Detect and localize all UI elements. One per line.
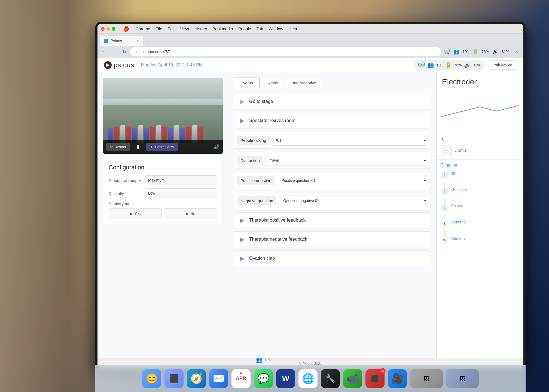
new-tab-button[interactable]: + (144, 38, 152, 46)
monitor-bezel: 🍎 Chrome File Edit View History Bookmark… (95, 22, 526, 370)
vr-icon-group: 🥽 👥 191 🔋 76% 🔊 31% (414, 60, 484, 70)
restart-icon: ↺ (110, 145, 113, 149)
dock-msoffice[interactable]: ⬛ 5 (365, 369, 385, 388)
word-icon: W (282, 374, 289, 383)
positive-question-select[interactable]: Positive question 01 Positive question 0… (277, 175, 427, 186)
menu-people[interactable]: People (238, 26, 251, 31)
tab-events[interactable]: Events (234, 78, 260, 88)
email-button[interactable]: ✉️ (441, 145, 452, 156)
spectator-leaves-row: ▶ Spectator leaves room (234, 113, 431, 128)
dock-facetime[interactable]: 📹 (343, 369, 362, 388)
minimize-button[interactable] (106, 27, 110, 31)
therapist-negative-row: ▶ Therapist negative feedback (234, 231, 431, 247)
maximize-button[interactable] (112, 27, 115, 31)
menu-history[interactable]: History (194, 26, 207, 31)
tab-relax[interactable]: Relax (261, 78, 285, 88)
dock-tool[interactable]: 🔧 (321, 369, 340, 388)
dock-thumb2[interactable]: 🖼 (446, 369, 479, 388)
volume-value: 31% (502, 50, 509, 54)
video-volume-icon[interactable]: 🔊 (213, 144, 219, 150)
therapist-positive-play-button[interactable]: ▶ (238, 216, 246, 224)
ovation-clap-row: ▶ Ovation clap (234, 250, 431, 266)
dock-chrome[interactable]: 🌐 (298, 369, 318, 388)
menu-window[interactable]: Window (269, 26, 283, 31)
browser-chrome: Psious ✕ + ← → ↻ 🥽 👥 191 🔋 76% 🔊 31% (97, 34, 523, 58)
amount-select[interactable]: Maximum Minimum Medium (145, 175, 217, 185)
people-talking-select[interactable]: t01 t02 t03 (272, 135, 427, 146)
video-container: ↺ Restart ⏸ 👁 Center view 🔊 (103, 78, 223, 154)
restart-button[interactable]: ↺ Restart (106, 143, 130, 151)
timeline-info-icon-2: ℹ (441, 204, 449, 211)
yes-label: Yes (135, 212, 141, 216)
dock-calendar[interactable]: APR 19 (231, 369, 251, 388)
yes-button[interactable]: ▶ Yes (109, 208, 162, 219)
ovation-clap-play-button[interactable]: ▶ (238, 255, 246, 262)
dock-thumb1[interactable]: 🖼 (410, 369, 443, 388)
mask-buttons: ▶ Yes ▶ No (109, 208, 217, 219)
menu-file[interactable]: File (155, 26, 162, 31)
url-input[interactable] (130, 47, 441, 56)
menu-bookmarks[interactable]: Bookmarks (212, 26, 233, 31)
go-to-stage-play-button[interactable]: ▶ (238, 98, 246, 105)
no-button[interactable]: ▶ No (164, 208, 217, 219)
psious-logo: ▶ psious (104, 61, 134, 69)
timeline-text-4[interactable]: Center v (451, 236, 466, 241)
menu-tab[interactable]: Tab (257, 26, 263, 31)
spectator-leaves-play-button[interactable]: ▶ (238, 117, 246, 124)
negative-question-select[interactable]: Question negative 01 Question negative 0… (279, 195, 427, 206)
timeline-section: Timeline ℹ sp ℹ Go to sta ℹ (437, 159, 523, 250)
therapist-negative-label: Therapist negative feedback (249, 237, 307, 242)
timeline-label[interactable]: Timeline (441, 163, 519, 168)
dock-launchpad[interactable]: ⬛ (164, 369, 184, 388)
battery-icon: 🔋 (472, 49, 478, 55)
active-tab[interactable]: Psious ✕ (100, 36, 143, 46)
timeline-info-icon-0: ℹ (441, 171, 449, 179)
pair-device-button[interactable]: Pair device (489, 60, 517, 70)
volume-icon: 🔊 (492, 49, 498, 55)
tab-interoceptive[interactable]: Interoceptive (286, 78, 323, 88)
negative-question-row: Negative question Question negative 01 Q… (234, 192, 431, 209)
no-play-icon: ▶ (186, 212, 189, 216)
therapist-positive-row: ▶ Therapist positive feedback (234, 212, 431, 228)
headset-icon: 🥽 (418, 62, 425, 69)
therapist-negative-play-button[interactable]: ▶ (238, 235, 246, 243)
people-talking-label: People talking (237, 136, 269, 145)
no-label: No (190, 212, 195, 216)
app-container: ▶ psious Monday, April 19, 2021 1:43 PM … (97, 58, 523, 368)
timeline-text-2[interactable]: Pa sta (451, 204, 462, 208)
menu-view[interactable]: View (180, 26, 189, 31)
electrodermal-title: Electroder (442, 78, 477, 86)
timeline-text-3[interactable]: Center v (451, 220, 466, 224)
menu-chrome[interactable]: Chrome (136, 26, 150, 31)
refresh-button[interactable]: ↻ (120, 48, 128, 56)
menu-edit[interactable]: Edit (168, 26, 175, 31)
timeline-connector-3 (444, 231, 445, 236)
dock-safari[interactable]: 🧭 (187, 369, 206, 388)
center-view-button[interactable]: 👁 Center view (146, 143, 178, 151)
play-pause-button[interactable]: ⏸ (133, 144, 143, 150)
electrodermal-header: Electroder (437, 72, 523, 89)
timeline-text-0[interactable]: sp (451, 171, 455, 175)
dock-zoom[interactable]: 🎥 (388, 369, 407, 388)
center-view-label: Center view (155, 145, 174, 149)
zoom-icon: 🎥 (391, 373, 404, 384)
safari-icon: 🧭 (190, 373, 203, 384)
menu-help[interactable]: Help (289, 26, 297, 31)
close-button[interactable] (101, 27, 105, 31)
status-items: 🥽 👥 191 🔋 76% 🔊 31% ✕ (443, 48, 520, 56)
timeline-info-icon-1: ℹ (441, 187, 449, 195)
back-button[interactable]: ← (101, 48, 108, 56)
timeline-text-1[interactable]: Go to sta (451, 187, 467, 192)
dock-word[interactable]: W (276, 369, 295, 388)
distraction-select[interactable]: Yawn Cough Phone ring (265, 155, 427, 166)
positive-question-row: Positive question Positive question 01 P… (234, 172, 431, 189)
dock-messages[interactable]: 💬 (254, 369, 273, 388)
dock-finder[interactable]: 😊 (142, 369, 161, 388)
close-session-button[interactable]: ✕ (513, 48, 520, 56)
dock-mail[interactable]: ✉️ (209, 369, 228, 388)
user-count-icon: 👥 (453, 49, 459, 55)
comment-label[interactable]: Comm (455, 148, 467, 153)
forward-button[interactable]: → (111, 48, 118, 56)
difficulty-select[interactable]: Low Medium High (145, 188, 217, 198)
tab-close-icon[interactable]: ✕ (136, 39, 139, 43)
